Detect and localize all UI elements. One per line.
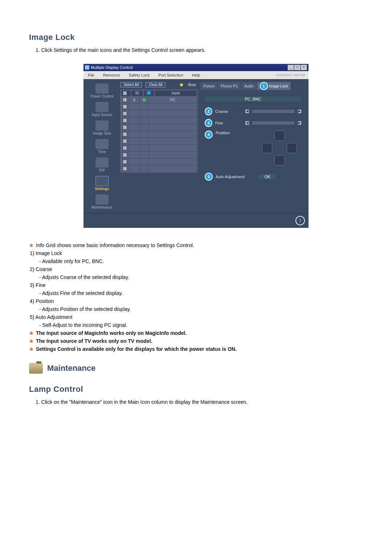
table-row[interactable] bbox=[121, 165, 197, 172]
menu-help[interactable]: Help bbox=[188, 73, 205, 77]
row-input bbox=[149, 145, 197, 151]
select-all-button[interactable]: Select All bbox=[121, 82, 142, 87]
position-up-button[interactable] bbox=[274, 131, 285, 141]
table-row[interactable] bbox=[121, 138, 197, 145]
row-status bbox=[140, 97, 149, 103]
pc-bnc-label: PC, BNC bbox=[205, 96, 301, 102]
row-id bbox=[129, 103, 140, 110]
row-id bbox=[129, 145, 140, 151]
menu-port-selection[interactable]: Port Selection bbox=[154, 73, 187, 77]
table-row[interactable] bbox=[121, 152, 197, 159]
table-row[interactable] bbox=[121, 124, 197, 131]
row-status bbox=[140, 117, 149, 124]
clear-all-button[interactable]: Clear All bbox=[146, 82, 166, 87]
row-checkbox[interactable] bbox=[123, 139, 127, 143]
sidebar-item-settings[interactable]: Settings bbox=[86, 175, 118, 192]
menu-file[interactable]: File bbox=[83, 73, 99, 77]
sidebar-item-power-control[interactable]: Power Control bbox=[86, 82, 118, 99]
row-checkbox[interactable] bbox=[123, 104, 127, 109]
note-list-item: 5) Auto Adjustment bbox=[30, 314, 363, 320]
table-row[interactable] bbox=[121, 103, 197, 110]
row-checkbox[interactable] bbox=[123, 167, 127, 171]
table-row[interactable] bbox=[121, 145, 197, 152]
display-table: ID Input 0PC bbox=[121, 90, 197, 173]
row-status bbox=[140, 124, 149, 131]
row-checkbox[interactable] bbox=[123, 153, 127, 157]
fine-slider[interactable] bbox=[252, 121, 295, 125]
row-input bbox=[149, 165, 197, 172]
sidebar-label: Settings bbox=[95, 187, 109, 191]
row-id bbox=[129, 159, 140, 165]
position-right-button[interactable] bbox=[287, 143, 297, 153]
ok-button[interactable]: OK bbox=[258, 173, 277, 180]
app-icon bbox=[85, 65, 89, 70]
tab-picture[interactable]: Picture bbox=[200, 82, 218, 90]
row-input: PC bbox=[149, 97, 197, 103]
minimize-button[interactable]: _ bbox=[287, 65, 294, 70]
row-checkbox[interactable] bbox=[123, 160, 127, 164]
close-button[interactable]: × bbox=[301, 65, 307, 70]
table-row[interactable] bbox=[121, 131, 197, 138]
row-checkbox[interactable] bbox=[123, 118, 127, 123]
note-list-item: 1) Image Lock bbox=[30, 250, 363, 256]
row-checkbox[interactable] bbox=[123, 98, 127, 102]
star-icon: ★ bbox=[29, 338, 34, 344]
coarse-increase-button[interactable]: ▶ bbox=[298, 110, 301, 113]
window-titlebar: Multiple Display Control _ □ × bbox=[83, 64, 309, 71]
row-id bbox=[129, 110, 140, 117]
note-list-sub: - Adjusts Coarse of the selected display… bbox=[39, 274, 363, 280]
menu-remocon[interactable]: Remocon bbox=[99, 73, 124, 77]
table-row[interactable] bbox=[121, 117, 197, 124]
busy-indicator-icon bbox=[180, 83, 183, 86]
tab-audio[interactable]: Audio bbox=[241, 82, 257, 90]
sidebar-item-time[interactable]: Time bbox=[86, 138, 118, 155]
fine-decrease-button[interactable]: ◀ bbox=[245, 121, 249, 125]
row-checkbox[interactable] bbox=[123, 132, 127, 136]
row-checkbox[interactable] bbox=[123, 125, 127, 130]
maximize-button[interactable]: □ bbox=[294, 65, 301, 70]
note-info-grid: ★Info Grid shows some basic information … bbox=[29, 242, 363, 248]
coarse-decrease-button[interactable]: ◀ bbox=[245, 110, 249, 113]
menu-safety-lock[interactable]: Safety Lock bbox=[124, 73, 154, 77]
row-checkbox[interactable] bbox=[123, 146, 127, 150]
position-left-button[interactable] bbox=[262, 143, 272, 153]
sidebar: Power Control Input Source Image Size Ti… bbox=[86, 82, 118, 210]
auto-adjustment-label: Auto Adjustment bbox=[216, 175, 256, 179]
maintenance-header: Maintenance bbox=[29, 363, 363, 374]
table-row[interactable] bbox=[121, 159, 197, 165]
sidebar-label: Time bbox=[98, 150, 106, 154]
settings-panel: Picture Picture PC Audio 1 Image Lock PC… bbox=[200, 82, 306, 210]
row-status bbox=[140, 103, 149, 110]
sidebar-label: Image Size bbox=[93, 131, 111, 135]
coarse-slider[interactable] bbox=[252, 109, 295, 114]
fine-row: 3 Fine ◀ ▶ bbox=[205, 119, 301, 127]
sidebar-item-maintenance[interactable]: Maintenance bbox=[86, 193, 118, 210]
sidebar-label: Maintenance bbox=[91, 205, 112, 209]
row-checkbox[interactable] bbox=[123, 111, 127, 116]
sidebar-label: PIP bbox=[99, 168, 105, 172]
row-input bbox=[149, 131, 197, 138]
note-list-sub: - Available only for PC, BNC. bbox=[39, 258, 363, 264]
fine-label: Fine bbox=[215, 121, 242, 125]
note-magicinfo: ★The Input source of MagicInfo works onl… bbox=[29, 330, 363, 336]
col-check-header[interactable] bbox=[121, 90, 131, 97]
tab-picture-pc[interactable]: Picture PC bbox=[218, 82, 241, 90]
center-toolbar: Select All Clear All Busy bbox=[121, 82, 197, 87]
input-source-icon bbox=[95, 102, 109, 112]
row-input bbox=[149, 124, 197, 131]
position-down-button[interactable] bbox=[274, 155, 285, 165]
row-id bbox=[129, 124, 140, 131]
sidebar-item-image-size[interactable]: Image Size bbox=[86, 119, 118, 136]
table-row[interactable] bbox=[121, 110, 197, 117]
maintenance-icon bbox=[95, 194, 109, 205]
callout-5: 5 bbox=[205, 173, 213, 181]
row-status bbox=[140, 152, 149, 158]
row-id bbox=[129, 165, 140, 172]
fine-increase-button[interactable]: ▶ bbox=[298, 121, 301, 125]
sidebar-item-input-source[interactable]: Input Source bbox=[86, 100, 118, 118]
sidebar-item-pip[interactable]: PIP bbox=[86, 156, 118, 173]
tab-image-lock[interactable]: 1 Image Lock bbox=[257, 82, 291, 90]
table-row[interactable]: 0PC bbox=[121, 97, 197, 103]
row-status bbox=[140, 159, 149, 165]
row-input bbox=[149, 103, 197, 110]
